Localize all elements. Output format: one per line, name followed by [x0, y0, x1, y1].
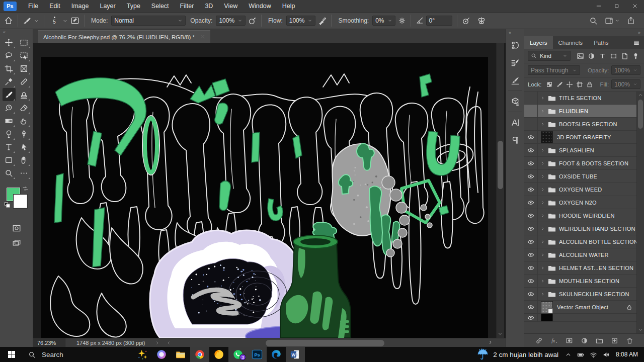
visibility-toggle[interactable] [524, 131, 538, 143]
tray-chevron-icon[interactable] [565, 351, 572, 358]
character-panel-icon[interactable] [506, 114, 524, 131]
share-icon[interactable] [627, 17, 635, 25]
expand-group-icon[interactable] [539, 265, 547, 270]
expand-panels-icon[interactable]: « [506, 29, 524, 36]
taskbar-app-firefox[interactable] [209, 347, 228, 362]
scroll-down-icon[interactable] [497, 331, 503, 337]
layer-row-splashlien[interactable]: SPLASHLIEN [524, 144, 636, 157]
collapse-toolbar-icon[interactable]: « [0, 29, 33, 36]
layer-thumbnail[interactable] [541, 301, 553, 313]
visibility-toggle[interactable] [524, 92, 538, 104]
visibility-toggle[interactable] [524, 196, 538, 209]
vertical-scrollbar-thumb[interactable] [498, 141, 503, 189]
menu-item-file[interactable]: File [23, 0, 44, 12]
layer-opacity-input[interactable]: 100% [611, 65, 640, 75]
adjustment-filter-icon[interactable] [586, 51, 596, 61]
edit-toolbar-tool[interactable] [18, 166, 31, 179]
quick-mask-icon[interactable] [12, 224, 21, 233]
adjustment-layer-icon[interactable] [581, 337, 588, 344]
paragraph-panel-icon[interactable] [506, 131, 524, 149]
menu-item-image[interactable]: Image [66, 0, 95, 12]
taskbar-search[interactable]: Search [23, 351, 114, 358]
taskbar-app-copilot-sparkle[interactable] [133, 347, 152, 362]
taskbar-app-edge[interactable] [267, 347, 286, 362]
expand-group-icon[interactable] [539, 252, 547, 257]
swap-colors-icon[interactable] [22, 186, 29, 192]
toggle-brush-settings-icon[interactable] [70, 16, 79, 25]
pixel-filter-icon[interactable] [575, 51, 585, 61]
expand-group-icon[interactable] [539, 200, 547, 205]
taskbar-app-word[interactable]: W [286, 347, 305, 362]
visibility-toggle[interactable] [524, 301, 538, 313]
lock-move-icon[interactable] [566, 80, 574, 89]
layer-row-alcolien-water[interactable]: ALCOLIEN WATER [524, 248, 636, 261]
layer-row-hoodie-weirdlien[interactable]: HOODIE WEIRDLIEN [524, 209, 636, 222]
tab-channels[interactable]: Channels [553, 36, 589, 49]
smudge-tool[interactable] [18, 114, 31, 127]
chevron-down-icon[interactable] [62, 18, 68, 24]
close-icon[interactable] [200, 34, 205, 40]
expand-group-icon[interactable] [539, 161, 547, 166]
visibility-toggle[interactable] [524, 261, 538, 274]
taskbar-app-chrome[interactable] [190, 347, 209, 362]
taskbar-app-whatsapp[interactable]: 3 [228, 347, 248, 362]
tab-paths[interactable]: Paths [588, 36, 614, 49]
expand-group-icon[interactable] [539, 292, 547, 297]
workspace-switcher[interactable] [605, 17, 620, 25]
layer-mask-icon[interactable] [566, 337, 573, 344]
visibility-toggle[interactable] [524, 314, 538, 321]
lock-transparent-icon[interactable] [545, 80, 554, 89]
visibility-toggle[interactable] [524, 248, 538, 261]
spot-healing-tool[interactable] [18, 75, 31, 88]
vertical-scrollbar[interactable] [496, 43, 504, 338]
layer-row-vector-smart-object[interactable]: Vector Smart Object [524, 301, 636, 314]
visibility-toggle[interactable] [524, 105, 538, 117]
zoom-level-field[interactable]: 76.23% [33, 338, 65, 347]
layer-row-oxygen-weed[interactable]: OXYGEN WEED [524, 183, 636, 196]
layer-blend-mode-select[interactable]: Pass Through [528, 65, 580, 75]
screen-mode-icon[interactable] [12, 239, 21, 248]
expand-group-icon[interactable] [539, 187, 547, 192]
visibility-toggle[interactable] [524, 235, 538, 248]
lock-artboard-icon[interactable] [576, 80, 584, 89]
layer-row-alcolien-bottle-section[interactable]: ALCOLIEN BOTTLE SECTION [524, 235, 636, 248]
expand-group-icon[interactable] [539, 122, 547, 127]
tab-layers[interactable]: Layers [524, 36, 553, 49]
visibility-toggle[interactable] [524, 209, 538, 222]
brush-tool-preset-icon[interactable] [23, 17, 31, 25]
menu-item-type[interactable]: Type [121, 0, 146, 12]
dodge-tool[interactable] [3, 127, 16, 140]
visibility-toggle[interactable] [524, 275, 538, 287]
visibility-toggle[interactable] [524, 144, 538, 156]
crop-tool[interactable] [3, 62, 16, 75]
smoothing-input[interactable]: 0% [372, 16, 395, 26]
opacity-input[interactable]: 100% [216, 16, 246, 26]
layer-row-bootsleg-section[interactable]: BOOTSLEG SECTION [524, 118, 636, 131]
status-next-icon[interactable] [155, 340, 160, 345]
lasso-tool[interactable] [3, 49, 16, 62]
menu-item-3d[interactable]: 3D [199, 0, 218, 12]
visibility-toggle[interactable] [524, 157, 538, 169]
home-icon[interactable] [4, 16, 13, 25]
layer-filter-kind-select[interactable]: Kind [528, 51, 571, 61]
menu-item-view[interactable]: View [218, 0, 243, 12]
visibility-toggle[interactable] [524, 288, 538, 300]
frame-tool[interactable] [18, 62, 31, 75]
layers-scrollbar[interactable] [636, 92, 644, 333]
layer-thumbnail[interactable] [541, 131, 553, 143]
layer-row-helmet-ast-en-section[interactable]: HELMET AST...EN SECTION [524, 261, 636, 275]
minimize-button[interactable] [590, 0, 608, 12]
brush-size-preview[interactable]: 5 [49, 17, 60, 25]
expand-group-icon[interactable] [539, 96, 547, 101]
layer-row-oxside-tube[interactable]: OXSIDE TUBE [524, 170, 636, 183]
new-group-icon[interactable] [596, 337, 603, 344]
layer-thumbnail[interactable] [541, 314, 553, 322]
battery-icon[interactable] [577, 351, 585, 358]
close-button[interactable] [626, 0, 644, 12]
pressure-opacity-icon[interactable] [248, 17, 257, 25]
eyedropper-tool[interactable] [3, 75, 16, 88]
menu-item-filter[interactable]: Filter [175, 0, 200, 12]
menu-item-help[interactable]: Help [277, 0, 301, 12]
layer-row-oxygen-n2o[interactable]: OXYGEN N2O [524, 196, 636, 209]
visibility-toggle[interactable] [524, 118, 538, 130]
